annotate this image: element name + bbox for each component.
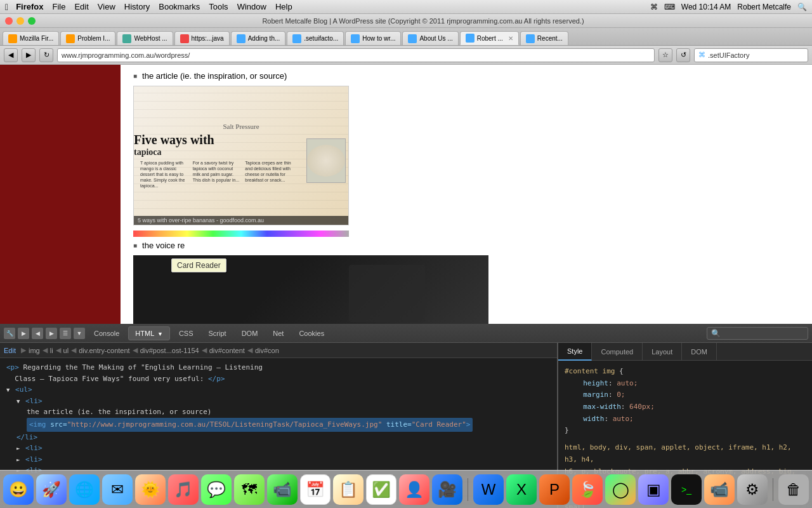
tab-problem[interactable]: Problem I... xyxy=(60,31,115,45)
menu-file[interactable]: File xyxy=(52,2,65,11)
tab-java[interactable]: https:...java xyxy=(174,31,230,45)
dock-maps[interactable]: 🗺 xyxy=(234,474,265,505)
newspaper-col-3: Tapioca crepes are thin and delicious fi… xyxy=(245,160,294,189)
dock-contacts[interactable]: 👤 xyxy=(399,474,429,505)
dock-virtualbox[interactable]: ▣ xyxy=(638,474,669,505)
dock-trash[interactable]: 🗑 xyxy=(778,474,809,505)
dock-terminal[interactable]: >_ xyxy=(671,474,702,505)
dock-launchpad[interactable]: 🚀 xyxy=(36,474,67,505)
devtools-nav-back[interactable]: ◀ xyxy=(32,328,43,339)
menu-edit[interactable]: Edit xyxy=(74,2,88,11)
ff-maximize-button[interactable] xyxy=(28,17,36,25)
reload-button[interactable]: ↻ xyxy=(39,48,53,62)
breadcrumb-div-post[interactable]: div#post...ost-1154 xyxy=(140,347,199,354)
colon-4: : xyxy=(604,415,612,423)
devtools-tab-dom[interactable]: DOM xyxy=(235,326,265,340)
breadcrumb-img[interactable]: img xyxy=(29,347,40,354)
dock-finder[interactable]: 😀 xyxy=(3,474,34,505)
bullet-1: ■ xyxy=(133,72,137,79)
dock-imovie[interactable]: 🎥 xyxy=(432,474,462,505)
css-brace-close-1: } xyxy=(565,426,569,434)
bookmark-button[interactable]: ☆ xyxy=(658,48,672,62)
web-sidebar xyxy=(0,65,121,324)
devtools-search[interactable]: 🔍 xyxy=(707,327,808,340)
devtools-tab-css[interactable]: CSS xyxy=(173,326,200,340)
breadcrumb-div-con[interactable]: div#con xyxy=(255,347,279,354)
ff-minimize-button[interactable] xyxy=(16,17,24,25)
devtools-tab-console[interactable]: Console xyxy=(88,326,126,340)
li3-triangle[interactable]: ► xyxy=(16,455,20,464)
dock-excel[interactable]: X xyxy=(506,474,537,505)
devtools-tab-script[interactable]: Script xyxy=(202,326,233,340)
html-line-img[interactable]: <img src="http://www.rjmprogramming.com.… xyxy=(6,418,551,432)
forward-button[interactable]: ▶ xyxy=(22,48,36,62)
style-tab-dom[interactable]: DOM xyxy=(682,343,717,361)
tab-adding[interactable]: Adding th... xyxy=(231,31,286,45)
devtools-tab-html[interactable]: HTML ▼ xyxy=(128,326,170,340)
search-icon[interactable]: 🔍 xyxy=(797,3,807,11)
breadcrumb-div-content[interactable]: div#content xyxy=(209,347,245,354)
address-bar[interactable]: www.rjmprogramming.com.au/wordpress/ xyxy=(57,48,655,62)
breadcrumb-ul[interactable]: ul xyxy=(63,347,69,354)
li1-triangle[interactable]: ▼ xyxy=(16,397,20,406)
menu-bookmarks[interactable]: Bookmarks xyxy=(159,2,200,11)
dock-sep-1 xyxy=(468,478,468,501)
dock-preferences[interactable]: ⚙ xyxy=(737,474,768,505)
dock-chrome[interactable]: ◯ xyxy=(605,474,636,505)
tab-close-robert[interactable]: ✕ xyxy=(508,35,513,42)
ff-close-button[interactable] xyxy=(5,17,13,25)
style-tab-style[interactable]: Style xyxy=(558,343,592,361)
dock-facetime[interactable]: 📹 xyxy=(267,474,298,505)
search-bar[interactable]: ⌘ .setUIFactory xyxy=(694,48,808,62)
dock-messages[interactable]: 💬 xyxy=(201,474,232,505)
tab-icon-adding xyxy=(237,34,246,43)
style-tab-computed[interactable]: Computed xyxy=(592,343,643,361)
devtools-list-icon[interactable]: ☰ xyxy=(60,328,71,339)
li2-triangle[interactable]: ► xyxy=(16,444,20,453)
apple-icon[interactable]:  xyxy=(5,2,8,12)
devtools-dropdown-icon[interactable]: ▼ xyxy=(74,328,85,339)
tab-mozilla[interactable]: Mozilla Fir... xyxy=(3,31,59,45)
refresh-confirm-button[interactable]: ↺ xyxy=(676,48,690,62)
menu-tools[interactable]: Tools xyxy=(209,2,228,11)
breadcrumb-li[interactable]: li xyxy=(50,347,53,354)
dock-firefox[interactable]: 🍃 xyxy=(572,474,603,505)
dock-vlc[interactable]: 📹 xyxy=(704,474,735,505)
css-prop-margin-name: margin xyxy=(583,391,608,399)
tab-setui[interactable]: .setuifacto... xyxy=(287,31,344,45)
dock-reminders[interactable]: ✅ xyxy=(366,474,396,505)
dock-mail[interactable]: ✉ xyxy=(102,474,133,505)
tab-recent[interactable]: Recent... xyxy=(520,31,568,45)
devtools-nav-fwd[interactable]: ▶ xyxy=(46,328,57,339)
breadcrumb-div-entry[interactable]: div.entry-content xyxy=(79,347,130,354)
ul-triangle[interactable]: ▼ xyxy=(6,385,10,394)
edit-button[interactable]: Edit xyxy=(4,347,16,354)
html-line-li1-text: the article (ie. the inspiration, or sou… xyxy=(6,406,551,418)
back-button[interactable]: ◀ xyxy=(4,48,18,62)
menu-help[interactable]: Help xyxy=(275,2,292,11)
style-tab-layout[interactable]: Layout xyxy=(643,343,682,361)
devtools-tab-cookies[interactable]: Cookies xyxy=(292,326,331,340)
devtools-select-icon[interactable]: ▶ xyxy=(18,328,29,339)
dock-safari[interactable]: 🌐 xyxy=(69,474,100,505)
tab-icon-about xyxy=(408,34,417,43)
menu-history[interactable]: History xyxy=(124,2,150,11)
devtools-tab-net[interactable]: Net xyxy=(266,326,290,340)
tab-robert[interactable]: Robert ... ✕ xyxy=(460,31,519,45)
dock-calendar[interactable]: 📅 xyxy=(300,474,331,505)
dock-notes[interactable]: 📋 xyxy=(333,474,363,505)
dock-music[interactable]: 🎵 xyxy=(168,474,199,505)
dock-word[interactable]: W xyxy=(473,474,504,505)
menu-view[interactable]: View xyxy=(98,2,115,11)
colon-1: : xyxy=(608,379,617,387)
tab-about[interactable]: About Us ... xyxy=(402,31,458,45)
dock-powerpoint[interactable]: P xyxy=(539,474,570,505)
menu-firefox[interactable]: Firefox xyxy=(16,2,43,11)
user-name: Robert Metcalfe xyxy=(737,3,791,11)
img-tag-highlighted[interactable]: <img src="http://www.rjmprogramming.com.… xyxy=(27,418,473,432)
menu-window[interactable]: Window xyxy=(237,2,266,11)
li1-text: the article (ie. the inspiration, or sou… xyxy=(27,408,211,416)
tab-webhost[interactable]: WebHost ... xyxy=(117,31,173,45)
dock-photos[interactable]: 🌞 xyxy=(135,474,166,505)
tab-howto[interactable]: How to wr... xyxy=(345,31,401,45)
